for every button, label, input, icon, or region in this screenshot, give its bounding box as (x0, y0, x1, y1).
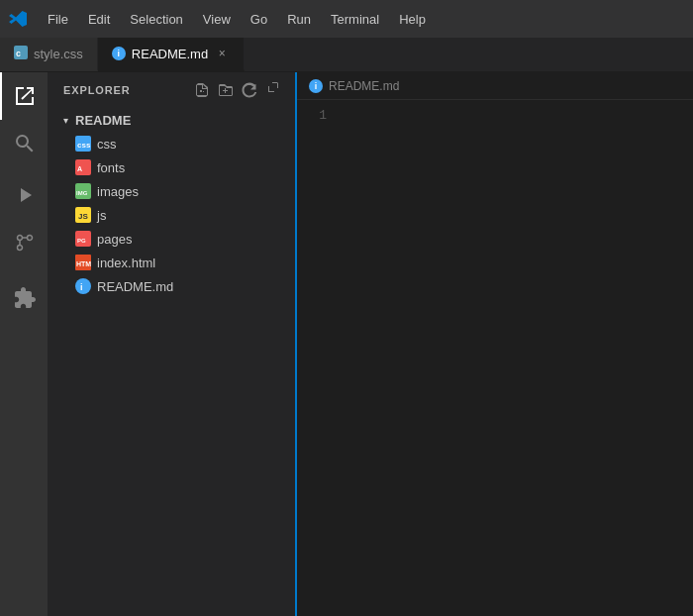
svg-text:i: i (80, 282, 83, 292)
tree-item-index-html[interactable]: HTML index.html (48, 251, 295, 274)
breadcrumb-bar: i README.md (297, 72, 693, 100)
tree-item-images[interactable]: IMG images (48, 179, 295, 203)
images-folder-icon: IMG (75, 183, 91, 199)
svg-point-17 (75, 278, 91, 294)
tree-item-pages[interactable]: PG pages (48, 227, 295, 251)
editor-content[interactable]: 1 (297, 100, 693, 616)
js-folder-icon: JS (75, 207, 91, 223)
menu-terminal[interactable]: Terminal (323, 8, 387, 31)
readme-file-icon: i (75, 278, 91, 294)
activity-bar (0, 72, 48, 616)
svg-text:HTML: HTML (76, 260, 91, 267)
svg-text:A: A (77, 165, 82, 172)
collapse-button[interactable] (263, 80, 283, 100)
activity-extensions-icon[interactable] (0, 274, 48, 322)
tree-root-folder[interactable]: ▾ README (48, 108, 295, 132)
svg-text:JS: JS (78, 212, 88, 221)
editor-text-area[interactable] (337, 108, 693, 608)
close-tab-button[interactable]: × (214, 46, 230, 61)
css-file-icon: c (14, 46, 28, 61)
new-folder-button[interactable] (216, 80, 236, 100)
md-file-icon: i (112, 47, 126, 60)
chevron-down-icon: ▾ (59, 114, 71, 126)
breadcrumb-filename: README.md (329, 79, 399, 93)
menu-run[interactable]: Run (279, 8, 319, 31)
line-numbers: 1 (297, 108, 337, 608)
sidebar-header: EXPLORER (48, 72, 295, 108)
menu-file[interactable]: File (40, 8, 76, 31)
svg-point-3 (28, 236, 33, 241)
fonts-folder-icon: A (75, 159, 91, 175)
svg-text:PG: PG (77, 238, 86, 244)
tree-item-css[interactable]: css css (48, 132, 295, 155)
html-file-icon: HTML (75, 255, 91, 270)
pages-folder-label: pages (97, 232, 132, 247)
activity-search-icon[interactable] (0, 120, 48, 167)
folder-root-label: README (75, 113, 131, 128)
vscode-logo-icon (8, 9, 28, 29)
sidebar: EXPLORER (48, 72, 297, 616)
breadcrumb-file-icon: i (309, 79, 323, 93)
menu-edit[interactable]: Edit (80, 8, 118, 31)
readme-md-label: README.md (97, 279, 173, 294)
tab-style-css[interactable]: c style.css (0, 38, 98, 71)
main-content: EXPLORER (0, 72, 693, 616)
tab-readme-md[interactable]: i README.md × (98, 38, 245, 71)
file-tree: ▾ README css css A (48, 108, 295, 616)
css-folder-label: css (97, 137, 117, 152)
editor-area: i README.md 1 (297, 72, 693, 616)
tab-readme-md-label: README.md (132, 47, 208, 61)
line-number-1: 1 (297, 108, 327, 123)
tree-item-js[interactable]: JS js (48, 203, 295, 227)
tab-bar: c style.css i README.md × (0, 38, 693, 72)
activity-source-control-icon[interactable] (0, 219, 48, 266)
tree-item-readme-md[interactable]: i README.md (48, 274, 295, 298)
svg-text:css: css (77, 141, 91, 150)
new-file-button[interactable] (192, 80, 212, 100)
activity-explorer-icon[interactable] (0, 72, 48, 120)
menu-bar: File Edit Selection View Go Run Terminal… (0, 0, 693, 38)
css-folder-icon: css (75, 136, 91, 152)
menu-view[interactable]: View (195, 8, 239, 31)
menu-help[interactable]: Help (391, 8, 434, 31)
svg-point-2 (18, 236, 23, 241)
sidebar-title: EXPLORER (63, 84, 131, 96)
sidebar-header-actions (192, 80, 283, 100)
index-html-label: index.html (97, 256, 155, 270)
fonts-folder-label: fonts (97, 160, 125, 175)
svg-text:c: c (16, 49, 21, 58)
activity-run-debug-icon[interactable] (0, 171, 48, 219)
menu-go[interactable]: Go (243, 8, 275, 31)
tree-item-fonts[interactable]: A fonts (48, 155, 295, 179)
refresh-button[interactable] (240, 80, 259, 100)
svg-point-4 (18, 246, 23, 251)
pages-folder-icon: PG (75, 231, 91, 247)
js-folder-label: js (97, 208, 106, 223)
svg-text:IMG: IMG (76, 190, 88, 196)
tab-style-css-label: style.css (34, 47, 83, 61)
images-folder-label: images (97, 184, 139, 199)
menu-selection[interactable]: Selection (122, 8, 190, 31)
